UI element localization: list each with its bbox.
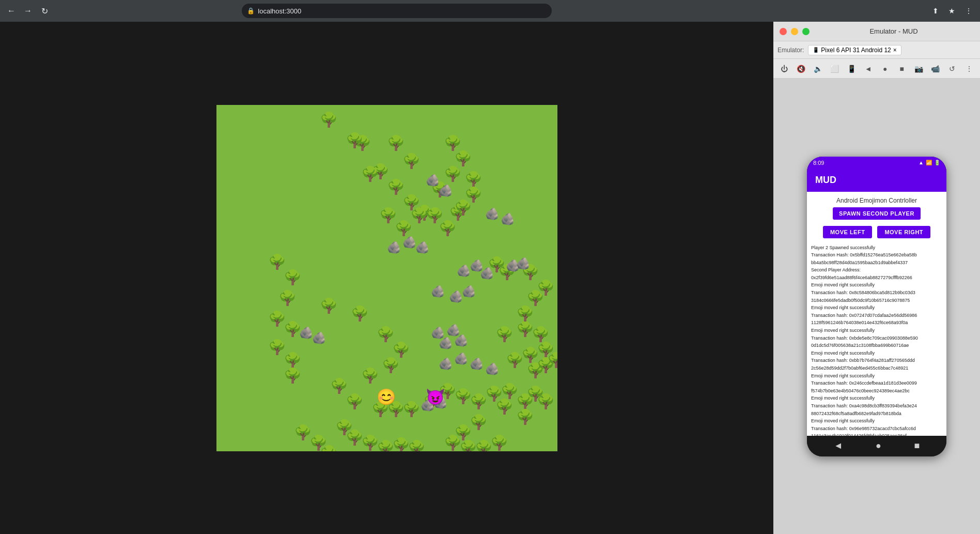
log-entry: Transaction hash: 0x8c584806bca5d812b9bc… [811,289,942,296]
nav-home-button[interactable]: ● [878,62,892,76]
log-entry: Emoji moved right successfully [811,327,942,334]
app-header: MUD [807,169,946,192]
app-content: Android Emojimon Contrloller SPAWN SECON… [807,192,946,436]
log-entry: Emoji moved right successfully [811,304,942,311]
tree: 🌳 [268,255,286,269]
address-bar[interactable]: 🔒 localhost:3000 [242,4,552,18]
browser-right-icons: ⬆ ★ ⋮ [928,4,976,18]
tree: 🌳 [537,394,555,409]
rock: 🪨 [439,338,453,349]
rock: 🪨 [454,335,468,346]
tree: 🌳 [377,327,395,342]
emulator-tab-bar: Emulator: 📱 Pixel 6 API 31 Android 12 × [773,41,980,59]
tree: 🌳 [439,221,457,236]
back-button[interactable]: ← [4,4,19,18]
log-entry: 0x2f39fd6e51aad88f6f4ce6ab8827279cfffb92… [811,274,942,281]
wifi-icon: ▲ [919,160,924,165]
tree: 🌳 [532,327,550,342]
screen-button[interactable]: ⬜ [828,62,842,76]
log-entry: Emoji moved right successfully [811,282,942,288]
browser-chrome: ← → ↻ 🔒 localhost:3000 ⬆ ★ ⋮ [0,0,980,22]
nav-back-button[interactable]: ◄ [862,62,876,76]
log-entry: Transaction hash: 0x246ccdefbeaa1d181d3e… [811,380,942,387]
phone-frame: 8:09 ▲ 📶 🔋 MUD Android Emojimon Contrlol… [807,157,946,456]
nav-recents-button[interactable]: ■ [895,62,909,76]
log-area: Player 2 Spawned successfullyTransaction… [807,242,946,436]
share-button[interactable]: ⬆ [928,4,943,18]
device-icon: 📱 [813,47,819,53]
reload-button[interactable]: ↻ [37,4,52,18]
tree: 🌳 [361,167,379,181]
tree: 🌳 [454,151,472,166]
android-home-icon[interactable]: ● [876,440,881,451]
tree: 🌳 [284,270,302,285]
tree: 🌳 [320,113,338,127]
bookmark-button[interactable]: ★ [945,4,959,18]
game-canvas: 🌳🌳🌳🌳🌳🌳🌳🌳🌳🌳🌳🌳🌳🌳🌳🌳🌳🌳🌳🌳🌳🌳🌳🌳🌳🌳🌳🌳🌳🌳🌳🌳🌳🌳🌳🌳🌳🌳🌳🌳… [216,105,557,451]
rock: 🪨 [387,242,401,253]
tree: 🌳 [495,327,514,342]
rock: 🪨 [470,358,484,370]
tree: 🌳 [346,133,364,148]
android-back-icon[interactable]: ◄ [834,440,843,451]
move-left-button[interactable]: MOVE LEFT [823,226,872,238]
more-button[interactable]: ⋮ [961,4,976,18]
close-tab-icon[interactable]: × [893,47,897,54]
tree: 🌳 [490,436,508,450]
tree: 🌳 [454,201,472,215]
tree: 🌳 [516,307,534,321]
mute-button[interactable]: 🔇 [795,62,808,76]
record-button[interactable]: 📹 [929,62,943,76]
rock: 🪨 [454,353,468,364]
log-entry: Emoji moved right successfully [811,418,942,424]
tree: 🌳 [537,281,555,295]
status-time: 8:09 [813,160,824,166]
forward-button[interactable]: → [21,4,35,18]
tree: 🌳 [346,394,364,409]
log-entry: 1128f5961246b764038e014e432f6ce68a93f0a [811,319,942,326]
rock: 🪨 [439,358,453,370]
log-entry: Transaction hash: 0xa4c98d8cb3ff839394be… [811,403,942,409]
rotate-button[interactable]: 📱 [845,62,859,76]
device-tab[interactable]: 📱 Pixel 6 API 31 Android 12 × [808,45,901,55]
log-entry: bb4a5bc98ff28d4d0a1595baa2b1d9abbef4337 [811,260,942,266]
tree: 🌳 [444,167,462,181]
maximize-window-button[interactable] [802,28,810,35]
log-entry: Transaction hash: 0xbb7b764f4a281aff2705… [811,357,942,364]
move-right-button[interactable]: MOVE RIGHT [877,226,930,238]
close-window-button[interactable] [780,28,787,35]
log-entry: 3184c0666fe5dadb0f50dc9f10b65716c9078875 [811,297,942,304]
log-entry: 88072432f68cf5a8adfb682e9fad97b818bda [811,410,942,417]
tree: 🌳 [547,353,557,368]
tree: 🌳 [382,358,400,373]
log-entry: 0d1dc5d76f005638a21c3108fbba699b60716ae [811,342,942,349]
player1: 😊 [377,389,396,405]
screenshot-button[interactable]: 📷 [912,62,926,76]
volume-button[interactable]: 🔈 [811,62,825,76]
rock: 🪨 [457,265,471,277]
emulator-title-bar: Emulator - MUD [773,22,980,41]
emulator-title: Emulator - MUD [814,27,974,35]
rock: 🪨 [426,175,440,186]
refresh-button[interactable]: ↺ [945,62,959,76]
rock: 🪨 [485,208,499,220]
power-button[interactable]: ⏻ [777,62,791,76]
tree: 🌳 [278,291,297,306]
rock: 🪨 [462,286,476,297]
app-subtitle: Android Emojimon Contrloller [807,192,946,207]
minimize-window-button[interactable] [791,28,798,35]
spawn-player-button[interactable]: SPAWN SECOND PLAYER [833,207,921,220]
tree: 🌳 [387,180,405,194]
tree: 🌳 [402,402,421,417]
android-recents-icon[interactable]: ■ [914,440,920,451]
more-options-button[interactable]: ⋮ [962,62,976,76]
tree: 🌳 [408,441,426,451]
lock-icon: 🔒 [247,7,255,14]
log-entry: Transaction hash: 0x07247d07cdafaa2e56dd… [811,312,942,319]
main-content: 🌳🌳🌳🌳🌳🌳🌳🌳🌳🌳🌳🌳🌳🌳🌳🌳🌳🌳🌳🌳🌳🌳🌳🌳🌳🌳🌳🌳🌳🌳🌳🌳🌳🌳🌳🌳🌳🌳🌳🌳… [0,22,980,534]
rock: 🪨 [415,242,429,253]
android-nav-bar: ◄ ● ■ [807,436,946,456]
tree: 🌳 [516,410,534,424]
rock: 🪨 [312,332,326,344]
status-bar: 8:09 ▲ 📶 🔋 [807,157,946,169]
